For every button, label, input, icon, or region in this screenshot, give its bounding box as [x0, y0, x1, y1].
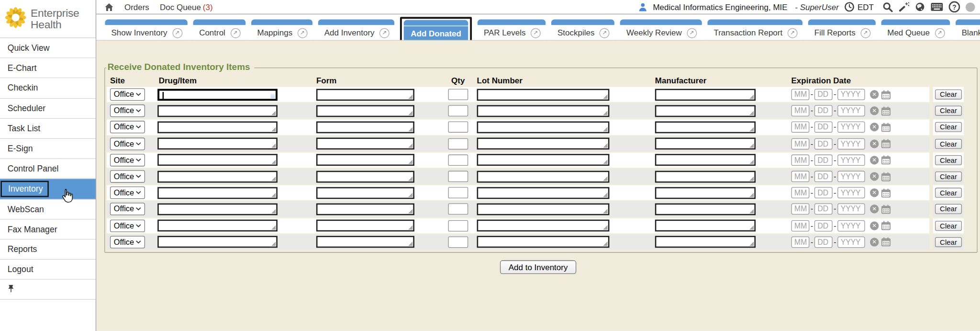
exp-year-input[interactable] — [837, 236, 865, 248]
exp-day-input[interactable] — [814, 122, 833, 133]
clear-date-icon[interactable]: ✕ — [870, 156, 879, 164]
calendar-icon[interactable] — [881, 139, 891, 148]
calendar-icon[interactable] — [881, 221, 891, 230]
site-select[interactable]: Office — [110, 154, 145, 166]
exp-day-input[interactable] — [814, 236, 833, 248]
sidebar-item-checkin[interactable]: Checkin — [0, 79, 96, 99]
clear-date-icon[interactable]: ✕ — [870, 123, 879, 132]
calendar-icon[interactable] — [881, 188, 891, 198]
tab-control[interactable]: Control↗ — [193, 19, 245, 40]
exp-month-input[interactable] — [791, 138, 810, 149]
exp-year-input[interactable] — [837, 220, 865, 231]
site-select[interactable]: Office — [110, 236, 145, 248]
open-in-new-window-icon[interactable]: ↗ — [600, 28, 610, 38]
qty-input[interactable] — [448, 220, 468, 231]
form-input[interactable] — [316, 203, 414, 215]
exp-day-input[interactable] — [814, 89, 833, 101]
tab-med-queue[interactable]: Med Queue↗ — [881, 19, 950, 40]
exp-day-input[interactable] — [814, 105, 833, 117]
calendar-icon[interactable] — [881, 237, 891, 247]
calendar-icon[interactable] — [881, 155, 891, 165]
open-in-new-window-icon[interactable]: ↗ — [935, 28, 945, 38]
exp-month-input[interactable] — [791, 171, 810, 183]
lot-number-input[interactable] — [477, 220, 610, 232]
exp-year-input[interactable] — [837, 138, 865, 149]
drug-item-input[interactable] — [157, 138, 278, 150]
exp-month-input[interactable] — [791, 220, 810, 231]
open-in-new-window-icon[interactable]: ↗ — [531, 28, 541, 38]
form-input[interactable] — [316, 220, 414, 232]
sidebar-item-e-sign[interactable]: E-Sign — [0, 139, 96, 159]
manufacturer-input[interactable] — [655, 220, 756, 232]
qty-input[interactable] — [448, 105, 468, 117]
clear-row-button[interactable]: Clear — [935, 204, 962, 214]
manufacturer-input[interactable] — [655, 105, 756, 117]
open-in-new-window-icon[interactable]: ↗ — [379, 28, 390, 38]
drug-item-input[interactable] — [157, 121, 278, 133]
app-logo[interactable]: Enterprise Health — [0, 0, 96, 37]
calendar-icon[interactable] — [881, 90, 891, 100]
drug-item-input[interactable] — [157, 236, 278, 248]
exp-month-input[interactable] — [791, 236, 810, 248]
manufacturer-input[interactable] — [655, 171, 756, 183]
search-icon[interactable] — [882, 1, 893, 12]
exp-year-input[interactable] — [837, 89, 865, 101]
tab-stockpiles[interactable]: Stockpiles↗ — [551, 19, 614, 40]
drug-item-input[interactable] — [157, 89, 278, 101]
calendar-icon[interactable] — [881, 106, 891, 116]
manufacturer-input[interactable] — [655, 89, 756, 101]
add-to-inventory-button[interactable]: Add to Inventory — [500, 260, 576, 274]
site-select[interactable]: Office — [110, 137, 145, 150]
exp-year-input[interactable] — [837, 122, 865, 133]
manufacturer-input[interactable] — [655, 121, 756, 133]
clear-row-button[interactable]: Clear — [935, 122, 962, 132]
manufacturer-input[interactable] — [655, 138, 756, 150]
clear-row-button[interactable]: Clear — [935, 139, 962, 149]
open-in-new-window-icon[interactable]: ↗ — [230, 28, 240, 38]
qty-input[interactable] — [448, 204, 468, 215]
tab-weekly-review[interactable]: Weekly Review↗ — [620, 19, 702, 40]
qty-input[interactable] — [448, 171, 468, 183]
drug-item-input[interactable] — [157, 203, 278, 215]
open-in-new-window-icon[interactable]: ↗ — [788, 28, 798, 38]
drug-item-input[interactable] — [157, 220, 278, 232]
qty-input[interactable] — [448, 187, 468, 199]
form-input[interactable] — [316, 236, 414, 248]
clock-icon[interactable] — [845, 2, 855, 12]
form-input[interactable] — [316, 138, 414, 150]
home-icon[interactable] — [104, 2, 114, 12]
tab-fill-reports[interactable]: Fill Reports↗ — [808, 19, 876, 40]
tab-transaction-report[interactable]: Transaction Report↗ — [707, 19, 802, 40]
sidebar-item-fax-manager[interactable]: Fax Manager — [0, 219, 96, 240]
open-in-new-window-icon[interactable]: ↗ — [860, 28, 870, 38]
exp-day-input[interactable] — [814, 154, 833, 166]
sidebar-item-e-chart[interactable]: E-Chart — [0, 58, 96, 79]
form-input[interactable] — [316, 154, 414, 166]
clear-date-icon[interactable]: ✕ — [870, 90, 879, 99]
calendar-icon[interactable] — [881, 205, 891, 214]
site-select[interactable]: Office — [110, 170, 145, 183]
drug-item-input[interactable] — [157, 171, 278, 183]
site-select[interactable]: Office — [110, 219, 145, 232]
open-in-new-window-icon[interactable]: ↗ — [687, 28, 697, 38]
drug-item-input[interactable] — [157, 187, 278, 199]
manufacturer-input[interactable] — [655, 236, 756, 248]
open-in-new-window-icon[interactable]: ↗ — [172, 28, 182, 38]
keyboard-icon[interactable] — [931, 2, 943, 11]
exp-month-input[interactable] — [791, 105, 810, 117]
sidebar-item-task-list[interactable]: Task List — [0, 119, 96, 139]
manufacturer-input[interactable] — [655, 154, 756, 166]
exp-year-input[interactable] — [837, 171, 865, 183]
lot-number-input[interactable] — [477, 105, 610, 117]
tab-add-inventory[interactable]: Add Inventory↗ — [318, 19, 395, 40]
exp-month-input[interactable] — [791, 204, 810, 215]
clear-date-icon[interactable]: ✕ — [870, 172, 879, 181]
globe-icon[interactable] — [915, 2, 925, 12]
exp-month-input[interactable] — [791, 122, 810, 133]
exp-month-input[interactable] — [791, 154, 810, 166]
clear-row-button[interactable]: Clear — [935, 90, 962, 100]
clear-date-icon[interactable]: ✕ — [870, 139, 879, 148]
site-select[interactable]: Office — [110, 104, 145, 117]
tab-add-donated[interactable]: Add Donated — [400, 17, 472, 41]
clear-date-icon[interactable]: ✕ — [870, 238, 879, 246]
